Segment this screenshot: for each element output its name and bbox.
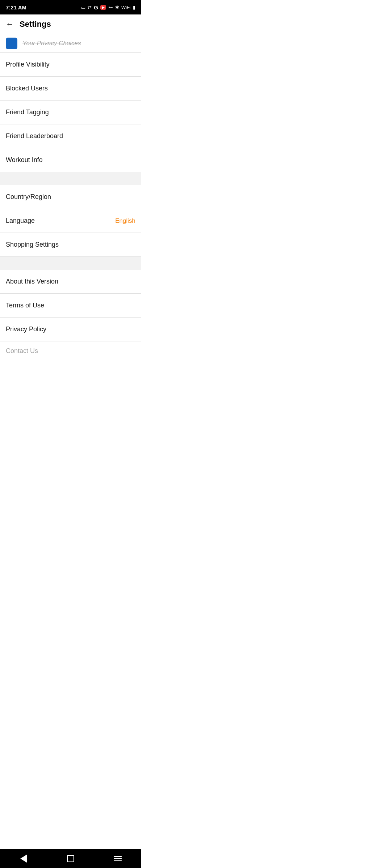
friend-leaderboard-item[interactable]: Friend Leaderboard: [0, 124, 141, 148]
terms-of-use-item[interactable]: Terms of Use: [0, 294, 141, 318]
status-icons: ▭ ⇄ G ▶ 🗝 ✱ WiFi ▮: [81, 4, 135, 10]
language-value: English: [115, 217, 135, 225]
privacy-policy-label: Privacy Policy: [6, 326, 46, 333]
language-item[interactable]: Language English: [0, 209, 141, 233]
settings-header: ← Settings: [0, 14, 141, 34]
page-content: Your Privacy Choices Profile Visibility …: [0, 34, 141, 375]
settings-section-2: Country/Region Language English Shopping…: [0, 185, 141, 257]
status-time: 7:21 AM: [6, 4, 26, 10]
video-icon: ▭: [81, 5, 85, 10]
workout-info-label: Workout Info: [6, 156, 43, 164]
contact-us-item[interactable]: Contact Us: [0, 341, 141, 356]
camera-icon: ▶: [100, 5, 106, 10]
rotate-icon: ⇄: [88, 5, 92, 10]
google-icon: G: [94, 4, 98, 10]
privacy-icon: [6, 38, 17, 49]
page-title: Settings: [20, 20, 51, 29]
profile-visibility-item[interactable]: Profile Visibility: [0, 53, 141, 77]
profile-visibility-label: Profile Visibility: [6, 61, 50, 68]
friend-tagging-item[interactable]: Friend Tagging: [0, 101, 141, 124]
blocked-users-label: Blocked Users: [6, 85, 48, 92]
battery-icon: ▮: [133, 5, 135, 10]
shopping-settings-label: Shopping Settings: [6, 241, 59, 248]
section-separator-1: [0, 172, 141, 185]
blocked-users-item[interactable]: Blocked Users: [0, 77, 141, 101]
privacy-policy-item[interactable]: Privacy Policy: [0, 318, 141, 341]
friend-tagging-label: Friend Tagging: [6, 109, 49, 116]
settings-section-1: Profile Visibility Blocked Users Friend …: [0, 53, 141, 172]
friend-leaderboard-label: Friend Leaderboard: [6, 132, 63, 140]
country-region-label: Country/Region: [6, 193, 51, 201]
about-version-item[interactable]: About this Version: [0, 270, 141, 294]
bluetooth-icon: ✱: [115, 5, 119, 10]
language-label: Language: [6, 217, 35, 225]
about-version-label: About this Version: [6, 278, 58, 285]
wifi-icon: WiFi: [121, 5, 131, 10]
workout-info-item[interactable]: Workout Info: [0, 148, 141, 172]
settings-section-3: About this Version Terms of Use Privacy …: [0, 270, 141, 356]
section-separator-2: [0, 257, 141, 270]
key-icon: 🗝: [108, 5, 113, 10]
country-region-item[interactable]: Country/Region: [0, 185, 141, 209]
partial-privacy-label: Your Privacy Choices: [22, 40, 81, 47]
contact-us-label: Contact Us: [6, 347, 38, 355]
partial-privacy-choices-item[interactable]: Your Privacy Choices: [0, 34, 141, 53]
status-bar: 7:21 AM ▭ ⇄ G ▶ 🗝 ✱ WiFi ▮: [0, 0, 141, 14]
shopping-settings-item[interactable]: Shopping Settings: [0, 233, 141, 257]
back-button[interactable]: ←: [6, 20, 14, 29]
terms-of-use-label: Terms of Use: [6, 302, 44, 309]
